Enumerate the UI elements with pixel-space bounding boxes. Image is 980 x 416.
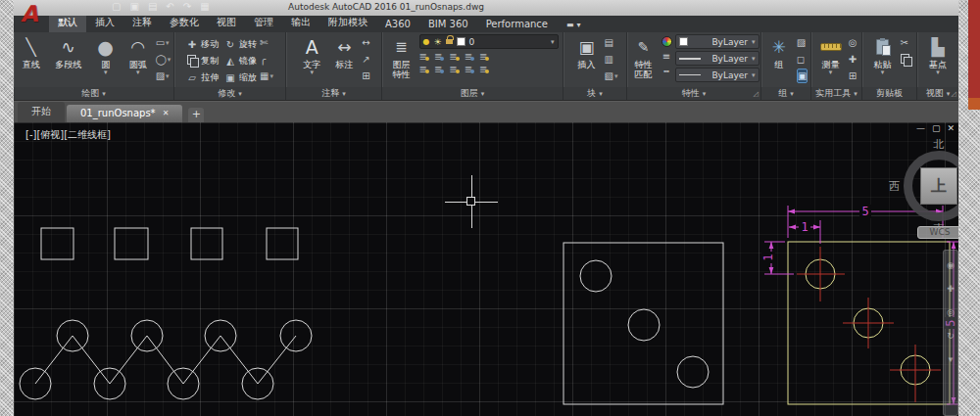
group-button[interactable]: ✳ 组 [764,34,794,69]
nav-pan-icon[interactable]: ✚ [947,284,955,294]
viewcube[interactable]: 上 北 南 西 东 [902,149,958,223]
new-tab-button[interactable]: + [188,108,204,122]
move-button[interactable]: ✚ 移动 [186,36,219,52]
viewport-controls-label[interactable]: [-][俯视][二维线框] [25,128,111,142]
scale-button[interactable]: ▣ 缩放 [224,69,257,85]
qa-save-icon[interactable]: ▤ [148,1,157,12]
ribbon-tab-output[interactable]: 输出 [282,14,319,32]
stretch-button[interactable]: ▱ 拉伸 [186,69,219,85]
doc-close-icon[interactable]: ✕ [947,123,955,133]
panel-label-properties[interactable]: 特性 ▾ ◿ [627,87,760,100]
mirror-button[interactable]: ◭ 镜像 [224,53,257,69]
id-point-button[interactable]: ◎ [849,35,858,50]
ribbon-tab-insert[interactable]: 插入 [86,14,123,32]
qa-undo-icon[interactable]: ↶ [166,1,173,12]
copy-button[interactable]: 复制 [186,53,219,69]
lineweight-dropdown[interactable]: ByLayer ▾ [675,51,760,66]
qa-redo-icon[interactable]: ↷ [183,1,191,12]
panel-launcher-icon[interactable]: ◿ [754,90,759,98]
leader-button[interactable]: ↗ [362,52,369,67]
panel-label-annotate[interactable]: 注释 ▾ [286,87,381,100]
fillet-button[interactable]: ╭ [260,52,273,67]
ellipse-tool-button[interactable]: ◯ ▾ [156,52,172,67]
panel-label-layers[interactable]: 图层 ▾ [382,87,563,100]
linetype-icon[interactable]: ┅ [663,66,669,76]
doc-restore-icon[interactable]: ▢ [932,123,941,133]
panel-label-block[interactable]: 块 ▾ [564,87,626,100]
rectangle-tool-button[interactable]: ▭ ▾ [156,35,172,50]
ribbon-tab-home[interactable]: 默认 [49,14,86,32]
linetype-dropdown[interactable]: ByLayer ▾ [675,68,760,82]
drawing-canvas[interactable]: 5115 [-][俯视][二维线框] — ▢ ✕ 上 北 南 西 东 WCS ◉… [14,122,958,416]
nav-wheel-icon[interactable]: ◉ [947,260,955,270]
ungroup-button[interactable]: ▨ [797,35,808,50]
cut-button[interactable]: ✂ [901,35,911,50]
ribbon-tab-bim360[interactable]: BIM 360 [419,17,477,32]
file-tab-start[interactable]: 开始 [18,102,65,122]
dim-style-button[interactable]: ↔ [362,35,369,50]
layer-properties-button[interactable]: ≣ 图层特性 [387,34,416,80]
block-edit-button[interactable]: ▤ [605,35,618,50]
color-wheel-icon[interactable] [662,36,672,47]
quick-access-toolbar[interactable]: ▢ ▣ ▤ ↶ ↷ ▦ [112,1,210,12]
file-tab-document[interactable]: 01_runOsnaps* ✕ [67,105,182,122]
qa-open-icon[interactable]: ▣ [129,1,138,12]
close-tab-icon[interactable]: ✕ [163,109,170,117]
ribbon-tab-annotate[interactable]: 注释 [123,14,161,32]
panel-label-modify[interactable]: 修改 ▾ [174,87,285,100]
measure-button[interactable]: 测量 ▾ [816,34,846,75]
ribbon-tab-addins[interactable]: 附加模块 [319,14,376,32]
color-dropdown[interactable]: ByLayer ▾ [675,34,760,49]
paste-button[interactable]: 粘贴 ▾ [868,34,898,75]
document-window-controls[interactable]: — ▢ ✕ [916,123,955,133]
group-edit-button[interactable]: ◻ [797,52,808,67]
nav-orbit-icon[interactable]: ↻ [947,331,955,341]
ribbon-tab-performance[interactable]: Performance [477,17,557,32]
array-button[interactable]: ▦ ▾ [260,69,273,83]
polyline-button[interactable]: ∿ 多段线 [49,34,88,69]
doc-minimize-icon[interactable]: — [916,123,925,133]
lineweight-icon[interactable]: ≡ [662,51,670,62]
nav-more-icon[interactable]: ▾ [949,354,954,364]
navigation-bar[interactable]: ◉ ✚ ◎ ↻ ▾ [943,250,958,416]
viewcube-west-label[interactable]: 西 [889,179,900,194]
panel-label-view[interactable]: 视图 ▾ ◿ [917,87,958,100]
dimension-button[interactable]: ↔ 标注 [329,34,359,69]
insert-block-button[interactable]: ▣ 插入 [572,34,602,69]
point-button[interactable]: ✚ [849,52,858,67]
line-button[interactable]: ╲ 直线 [17,34,46,69]
wcs-dropdown[interactable]: WCS [917,226,958,239]
panel-label-utilities[interactable]: 实用工具 ▾ [811,87,861,100]
table-button[interactable]: ⊞ [362,69,369,83]
panel-label-group[interactable]: 组 ▾ [761,87,810,100]
ribbon-tab-view[interactable]: 视图 [208,14,245,32]
panel-label-draw[interactable]: 绘图 ▾ [14,87,173,100]
layer-tools-row-1[interactable]: ≣≣≣≣≣ [419,51,559,62]
group-selection-toggle[interactable]: ▣ [797,69,808,83]
block-attr-button[interactable]: ▧ ▾ [605,69,618,83]
layer-tools-row-2[interactable]: ≣≣≣≣≣ [419,64,559,74]
match-properties-button[interactable]: ✎ 特性匹配 [629,34,659,80]
ribbon-tab-a360[interactable]: A360 [376,17,419,32]
copy-clip-button[interactable] [901,52,911,67]
ribbon-display-toggle[interactable]: ▬ ▾ [566,21,581,32]
qa-new-icon[interactable]: ▢ [112,1,121,12]
arc-button[interactable]: ◠ 圆弧 ▾ [123,34,153,75]
trim-button[interactable]: ✄ [260,35,273,50]
quick-calc-button[interactable]: ⊞ [849,69,858,83]
nav-zoom-icon[interactable]: ◎ [947,307,955,317]
qa-plot-icon[interactable]: ▦ [200,1,209,12]
hatch-tool-button[interactable]: ▨ ▾ [156,69,172,83]
viewcube-north-label[interactable]: 北 [934,137,945,152]
text-button[interactable]: A 文字 ▾ [297,34,326,75]
block-define-button[interactable]: ▥ [605,52,618,67]
autocad-logo-icon[interactable]: A [15,0,44,29]
panel-launcher-icon[interactable]: ◿ [952,90,956,98]
rotate-button[interactable]: ↻ 旋转 [224,36,257,52]
layer-dropdown[interactable]: ● ☀ 0 ▾ [419,34,559,49]
viewcube-top-face[interactable]: 上 [920,167,957,205]
ribbon-tab-manage[interactable]: 管理 [245,14,282,32]
circle-button[interactable]: ● 圆 ▾ [91,34,121,75]
base-point-button[interactable]: ▙ 基点 ▾ [923,34,953,75]
ribbon-tab-parametric[interactable]: 参数化 [161,14,208,32]
